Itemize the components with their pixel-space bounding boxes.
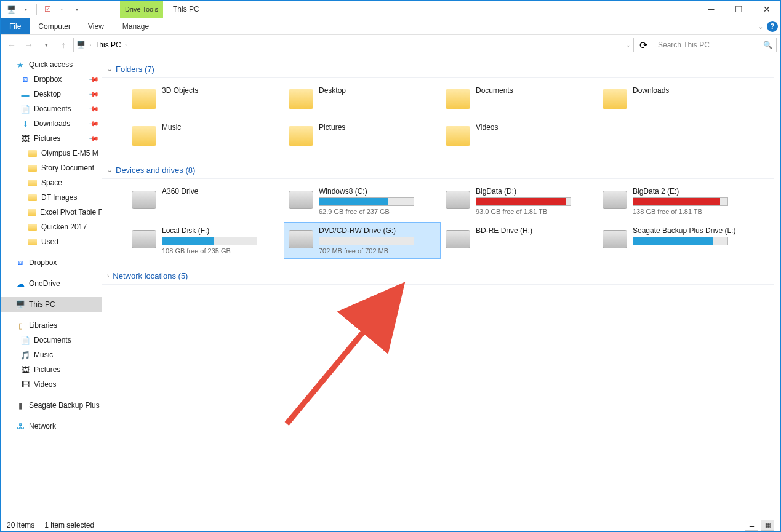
breadcrumb-separator-icon[interactable]: › (89, 42, 91, 48)
sidebar-lib-music[interactable]: 🎵Music (1, 347, 102, 362)
pin-icon: 📌 (87, 103, 99, 114)
sidebar-item-documents[interactable]: 📄Documents📌 (1, 101, 102, 116)
sidebar-network[interactable]: 🖧Network (1, 419, 102, 434)
downloads-icon: ⬇ (20, 119, 30, 129)
ribbon-tab-computer[interactable]: Computer (30, 18, 79, 34)
drive-item[interactable]: DVD/CD-RW Drive (G:)702 MB free of 702 M… (284, 222, 441, 259)
forward-button[interactable]: → (22, 38, 36, 52)
sidebar-lib-videos[interactable]: 🎞Videos (1, 377, 102, 392)
drive-item[interactable]: BigData 2 (E:)138 GB free of 1.81 TB (598, 183, 755, 220)
item-label: Downloads (633, 86, 750, 95)
folder-videos[interactable]: Videos (441, 119, 598, 153)
sidebar-onedrive[interactable]: ☁OneDrive (1, 276, 102, 291)
drive-label: Local Disk (F:) (162, 226, 279, 235)
sidebar-item-downloads[interactable]: ⬇Downloads📌 (1, 116, 102, 131)
folder-documents[interactable]: Documents (441, 82, 598, 116)
drive-item[interactable]: BigData (D:)93.0 GB free of 1.81 TB (441, 183, 598, 220)
ribbon-tab-file[interactable]: File (1, 18, 30, 34)
drive-label: BigData (D:) (476, 187, 593, 196)
sidebar-item-folder[interactable]: Quicken 2017 (1, 220, 102, 234)
network-icon: 🖧 (15, 421, 25, 431)
qat-dropdown-icon[interactable]: ▾ (19, 2, 33, 16)
ribbon-tab-manage[interactable]: Manage (114, 18, 158, 34)
sidebar-label: Excel Pivot Table Fe (40, 208, 102, 216)
drive-item[interactable]: BD-RE Drive (H:) (441, 222, 598, 259)
sidebar-dropbox-root[interactable]: ⧈Dropbox (1, 255, 102, 270)
videos-icon: 🎞 (20, 379, 30, 389)
refresh-button[interactable]: ⟳ (636, 38, 651, 52)
group-header-network[interactable]: › Network locations (5) (102, 268, 774, 285)
folder-icon (28, 163, 38, 173)
new-folder-icon[interactable]: ▫ (55, 2, 69, 16)
drive-item[interactable]: Local Disk (F:)108 GB free of 235 GB (127, 222, 284, 259)
maximize-button[interactable]: ☐ (725, 1, 753, 18)
breadcrumb-separator-icon[interactable]: › (125, 42, 127, 48)
sidebar-label: Quicken 2017 (41, 223, 87, 231)
folder-icon (28, 148, 38, 158)
folder-3d-objects[interactable]: 3D Objects (127, 82, 284, 116)
navigation-bar: ← → ▾ ↑ 🖥️ › This PC › ⌄ ⟳ Search This P… (1, 35, 780, 55)
sidebar-item-folder[interactable]: Used (1, 234, 102, 249)
breadcrumb-this-pc[interactable]: This PC (95, 41, 121, 49)
drive-label: Seagate Backup Plus Drive (L:) (633, 226, 750, 235)
address-dropdown-icon[interactable]: ⌄ (626, 42, 631, 48)
folders-grid: 3D Objects Desktop Documents Downloads M… (102, 82, 774, 153)
this-pc-icon[interactable]: 🖥️ (4, 2, 18, 16)
sidebar-libraries[interactable]: ▯Libraries (1, 318, 102, 333)
sidebar-item-pictures[interactable]: 🖼Pictures📌 (1, 131, 102, 146)
item-label: Pictures (319, 123, 436, 132)
ribbon-expand-icon[interactable]: ⌄ (758, 23, 763, 30)
sidebar-item-folder[interactable]: Story Document (1, 161, 102, 175)
sidebar-label: Network (29, 422, 56, 431)
search-input[interactable]: Search This PC 🔍 (654, 38, 777, 52)
sidebar-this-pc[interactable]: 🖥️This PC (1, 297, 102, 312)
qat-customize-icon[interactable]: ▾ (70, 2, 84, 16)
sidebar-item-folder[interactable]: Olympus E-M5 M (1, 146, 102, 161)
details-view-button[interactable]: ☰ (745, 520, 758, 531)
sidebar-item-folder[interactable]: DT Images (1, 190, 102, 205)
folder-music[interactable]: Music (127, 119, 284, 153)
drive-item[interactable]: Seagate Backup Plus Drive (L:) (598, 222, 755, 259)
sidebar-item-desktop[interactable]: ▬Desktop📌 (1, 87, 102, 101)
sidebar-label: Documents (34, 336, 71, 344)
sidebar-label: Downloads (34, 119, 70, 128)
ribbon-tabs: File Computer View Manage ⌄ ? (1, 18, 780, 35)
sidebar-item-dropbox[interactable]: ⧈Dropbox📌 (1, 72, 102, 87)
folder-icon (445, 123, 471, 149)
sidebar-lib-documents[interactable]: 📄Documents (1, 333, 102, 347)
close-button[interactable]: ✕ (753, 1, 780, 18)
folder-icon (288, 123, 314, 149)
content-pane[interactable]: ⌄ Folders (7) 3D Objects Desktop Documen… (102, 55, 780, 518)
back-button[interactable]: ← (4, 38, 19, 52)
item-label: 3D Objects (162, 86, 279, 95)
drive-item[interactable]: Windows8 (C:)62.9 GB free of 237 GB (284, 183, 441, 220)
address-bar[interactable]: 🖥️ › This PC › ⌄ (73, 38, 634, 52)
folder-downloads[interactable]: Downloads (598, 82, 755, 116)
item-label: Documents (476, 86, 593, 95)
folder-desktop[interactable]: Desktop (284, 82, 441, 116)
drives-grid: A360 Drive Windows8 (C:)62.9 GB free of … (102, 183, 774, 259)
ribbon-tab-view[interactable]: View (79, 18, 113, 34)
minimize-button[interactable]: ─ (697, 1, 725, 18)
sidebar-quick-access[interactable]: ★ Quick access (1, 57, 102, 72)
sidebar-label: Space (41, 178, 62, 187)
folder-pictures[interactable]: Pictures (284, 119, 441, 153)
this-pc-icon: 🖥️ (15, 300, 25, 309)
sidebar-item-folder[interactable]: Space (1, 175, 102, 190)
libraries-icon: ▯ (15, 320, 25, 330)
drive-icon (288, 187, 314, 213)
sidebar-seagate[interactable]: ▮Seagate Backup Plus (1, 398, 102, 413)
group-header-drives[interactable]: ⌄ Devices and drives (8) (102, 162, 774, 179)
sidebar-lib-pictures[interactable]: 🖼Pictures (1, 362, 102, 377)
help-icon[interactable]: ? (767, 21, 778, 32)
drive-item[interactable]: A360 Drive (127, 183, 284, 220)
recent-locations-icon[interactable]: ▾ (39, 38, 54, 52)
folder-icon (28, 193, 38, 202)
sidebar-item-folder[interactable]: Excel Pivot Table Fe (1, 205, 102, 220)
properties-icon[interactable]: ☑ (41, 2, 54, 16)
star-icon: ★ (15, 60, 25, 69)
tiles-view-button[interactable]: ▦ (761, 520, 774, 531)
up-button[interactable]: ↑ (56, 38, 71, 52)
navigation-pane[interactable]: ★ Quick access ⧈Dropbox📌 ▬Desktop📌 📄Docu… (1, 55, 102, 518)
group-header-folders[interactable]: ⌄ Folders (7) (102, 61, 774, 78)
